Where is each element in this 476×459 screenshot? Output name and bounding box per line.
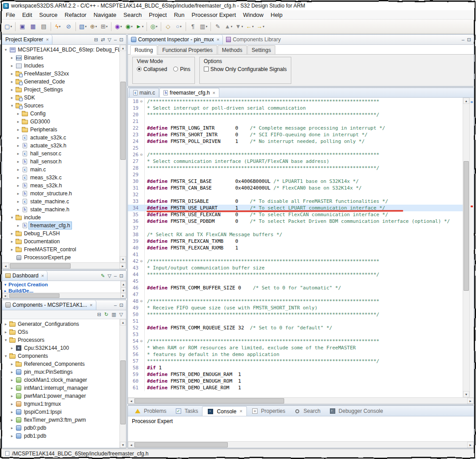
components-tab[interactable]: Components - MCSPTE1AK1... × (2, 300, 96, 310)
horizontal-scrollbar[interactable]: ◄ ► (128, 397, 474, 404)
scroll-right-icon[interactable]: ► (120, 293, 126, 298)
minimize-icon[interactable]: – (114, 37, 117, 42)
vertical-scrollbar[interactable]: ▲ ▼ (463, 98, 469, 397)
scroll-track[interactable] (120, 51, 126, 256)
fold-collapse-icon[interactable]: ⊖ (139, 298, 145, 305)
expand-arrow-icon[interactable]: ▸ (9, 346, 15, 350)
radio-pins[interactable]: Pins (173, 66, 190, 72)
customize-icon[interactable]: ✎ (101, 273, 105, 278)
fold-collapse-icon[interactable]: ⊖ (139, 258, 145, 265)
menu-project[interactable]: Project (145, 11, 170, 19)
radio-unselected-icon[interactable] (173, 67, 178, 71)
tree-item[interactable]: ▸clockMan1:clock_manager (2, 376, 119, 384)
tree-item[interactable]: ▸Peripherals (2, 126, 119, 134)
maximize-icon[interactable]: ⊡ (119, 303, 123, 308)
components-library-tab[interactable]: Components Library (223, 35, 284, 44)
view-menu-icon[interactable]: ▽ (119, 312, 123, 317)
tree-item[interactable]: ▸Documentation (2, 237, 119, 245)
console-tab-console[interactable]: Console× (202, 406, 246, 416)
tree-item[interactable]: ▸Generator_Configurations (2, 320, 119, 328)
tree-item[interactable]: ▸SDK (2, 94, 119, 102)
component-inspector-tab[interactable]: Component Inspector - pin_mux × (128, 35, 223, 44)
build-button[interactable]: ⊕▾ (88, 21, 99, 32)
tree-item[interactable]: ▾Components (2, 352, 119, 360)
refresh-icon[interactable]: ↻ (104, 312, 108, 317)
tree-item[interactable]: ▸Debug_FLASH (2, 230, 119, 237)
tree-item[interactable]: ▸pwrMan1:power_manager (2, 392, 119, 400)
editor-tab-main-c[interactable]: main.c (129, 88, 159, 97)
tree-item[interactable]: ▸state_machine.c (2, 198, 119, 206)
section-caret-icon[interactable]: ▾ (4, 283, 6, 287)
menu-help[interactable]: Help (267, 11, 286, 19)
scroll-left-icon[interactable]: ◄ (128, 442, 135, 448)
tree-item[interactable]: ▸trgmux1:trgmux (2, 400, 119, 408)
open-element-button[interactable]: ◇ (163, 21, 173, 32)
tab-functional-properties[interactable]: Functional Properties (158, 45, 217, 54)
expand-arrow-icon[interactable]: ▸ (9, 63, 15, 68)
tree-item[interactable]: ▸motor_structure.h (2, 190, 119, 198)
horizontal-scrollbar[interactable]: ◄ ► (2, 293, 126, 298)
debug-button[interactable]: ◉▾ (124, 21, 134, 32)
horizontal-scrollbar[interactable]: ◄ ► (128, 441, 474, 448)
profile-button[interactable]: ◉▾ (113, 21, 123, 32)
expand-arrow-icon[interactable]: ▸ (16, 151, 21, 156)
tree-item[interactable]: ▸Cpu:S32K144_100 (2, 344, 119, 352)
link-editor-icon[interactable]: ⇄ (101, 37, 105, 42)
expand-arrow-icon[interactable]: ▸ (16, 159, 21, 164)
section-caret-icon[interactable]: ▸ (4, 289, 6, 293)
expand-arrow-icon[interactable]: ▸ (9, 95, 15, 100)
close-icon[interactable]: × (90, 303, 92, 308)
tree-item[interactable]: ▸pin_mux:PinSettings (2, 368, 119, 376)
tree-item[interactable]: ▸hall_sensor.h (2, 158, 119, 166)
expand-arrow-icon[interactable]: ▸ (3, 330, 8, 334)
tree-item[interactable]: ▸flexTimer_pwm3:ftm_pwm (2, 416, 119, 424)
tree-item[interactable]: ▸Config (2, 110, 119, 118)
tree-item[interactable]: ▾include (2, 214, 119, 222)
scroll-down-icon[interactable]: ▼ (463, 391, 469, 397)
expand-arrow-icon[interactable]: ▸ (16, 119, 21, 124)
tree-item[interactable]: ▸pdb0:pdb (2, 424, 119, 432)
expand-arrow-icon[interactable]: ▸ (9, 362, 15, 366)
overview-annotation-mark[interactable] (471, 206, 473, 207)
tree-item[interactable]: ▸GD3000 (2, 118, 119, 126)
tree-item[interactable]: ▸intMan1:interrupt_manager (2, 384, 119, 392)
console-tab-properties[interactable]: Properties (247, 406, 290, 416)
scroll-right-icon[interactable]: ► (467, 398, 474, 404)
expand-arrow-icon[interactable]: ▸ (9, 402, 15, 406)
collapse-arrow-icon[interactable]: ▾ (3, 354, 8, 358)
expand-arrow-icon[interactable]: ▸ (9, 247, 15, 252)
tree-item[interactable]: ▸Generated_Code (2, 78, 119, 86)
scroll-up-icon[interactable]: ▲ (120, 45, 126, 51)
external-tools-button[interactable]: ◎▾ (149, 21, 159, 32)
tree-item[interactable]: ▸hall_sensor.c (2, 150, 119, 158)
scroll-thumb[interactable] (135, 398, 284, 404)
tree-item[interactable]: ▸meas_s32k.c (2, 174, 119, 182)
expand-arrow-icon[interactable]: ▸ (16, 199, 21, 204)
fold-collapse-icon[interactable]: ⊖ (139, 151, 145, 158)
radio-collapsed[interactable]: Collapsed (137, 66, 167, 72)
expand-arrow-icon[interactable]: ▸ (9, 55, 15, 60)
expand-arrow-icon[interactable]: ▸ (16, 127, 21, 132)
save-button[interactable]: ▣ (17, 21, 28, 32)
expand-arrow-icon[interactable]: ▸ (3, 322, 8, 326)
expand-arrow-icon[interactable]: ▸ (16, 183, 21, 188)
save-all-button[interactable]: ▦ (28, 21, 38, 32)
collapse-arrow-icon[interactable]: ▾ (3, 338, 8, 342)
tree-item[interactable]: ▸Referenced_Components (2, 360, 119, 368)
tree-item[interactable]: ▸pdb1:pdb (2, 432, 119, 440)
tree-item[interactable]: ▸meas_s32k.h (2, 182, 119, 190)
expand-arrow-icon[interactable]: ▸ (16, 223, 21, 228)
vertical-scrollbar[interactable]: ▲ ▼ (119, 45, 126, 262)
tree-item[interactable]: ▸FreeMaster_S32xx (2, 70, 119, 78)
forward-button[interactable]: →▾ (255, 21, 266, 32)
expand-arrow-icon[interactable]: ▸ (16, 191, 21, 196)
tab-routing[interactable]: Routing (130, 45, 157, 55)
flash-programmer-button[interactable]: ϟ▾ (53, 21, 63, 32)
close-icon[interactable]: × (212, 91, 215, 95)
scroll-left-icon[interactable]: ◄ (2, 263, 9, 269)
code-editor[interactable]: 18⊖/************************************… (128, 98, 463, 397)
scroll-thumb[interactable] (10, 263, 71, 269)
previous-annotation-button[interactable]: ▲▾ (223, 21, 234, 32)
tree-item[interactable]: ▾Processors (2, 336, 119, 344)
console-tab-tasks[interactable]: Tasks (171, 406, 202, 416)
